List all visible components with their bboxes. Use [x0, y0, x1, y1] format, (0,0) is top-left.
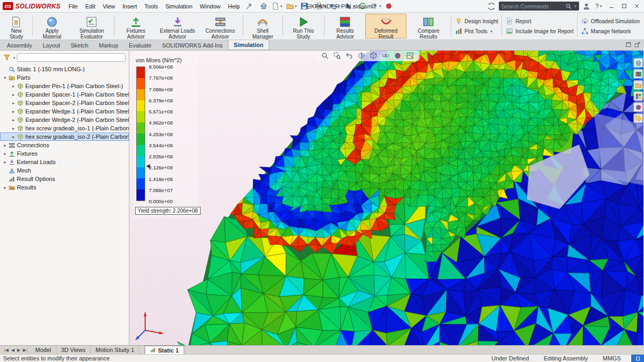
ribbon-deformed-result[interactable]: Deformed Result — [365, 14, 406, 39]
viewport-pane-max-button[interactable] — [625, 41, 632, 49]
tree-item-expander-wedge-2-plain-carbon-steel[interactable]: ▸Expander Wedge-2 (-Plain Carbon Steel-) — [0, 116, 129, 124]
tab-layout[interactable]: Layout — [37, 41, 65, 50]
taskpane-tp-library[interactable] — [633, 69, 643, 79]
ribbon-fixtures-advisor[interactable]: Fixtures Advisor▾ — [116, 14, 156, 39]
bottom-tab-model[interactable]: Model — [31, 346, 56, 354]
ribbon-external-loads-advisor[interactable]: External Loads Advisor▾ — [157, 14, 198, 39]
ribbon-new-study[interactable]: New Study▾ — [2, 14, 31, 39]
menu-view[interactable]: View — [99, 2, 119, 11]
help-button[interactable]: ?▾ — [594, 3, 603, 10]
tree-item-result-options[interactable]: Result Options — [0, 175, 129, 183]
tree-item-expander-wedge-1-plain-carbon-steel[interactable]: ▸Expander Wedge-1 (-Plain Carbon Steel-) — [0, 107, 129, 116]
view-tool-hide-show[interactable] — [382, 52, 390, 60]
expand-arrow-icon[interactable]: ▸ — [11, 92, 16, 97]
user-icon[interactable] — [582, 2, 591, 11]
tree-item-static-1-150-mm-long[interactable]: Static 1 (-150 mm LONG-) — [0, 65, 129, 73]
tree-item-results[interactable]: ▸Results — [0, 183, 129, 192]
taskpane-tp-props[interactable] — [633, 113, 643, 123]
menu-edit[interactable]: Edit — [81, 2, 99, 11]
menu-file[interactable]: File — [65, 2, 82, 11]
tree-item-expander-pin-1-plain-carbon-steel[interactable]: ▸Expander Pin-1 (-Plain Carbon Steel-) — [0, 82, 129, 90]
view-tool-zoom-area[interactable] — [333, 52, 341, 60]
filter-funnel-icon[interactable] — [3, 54, 11, 61]
sheet-nav-0[interactable]: |◀ — [3, 348, 10, 353]
sync-icon[interactable] — [487, 2, 496, 11]
tree-item-expander-spacer-2-plain-carbon-steel[interactable]: ▸Expander Spacer-2 (-Plain Carbon Steel-… — [0, 99, 129, 107]
view-tool-appearance[interactable] — [394, 52, 402, 60]
tool-record[interactable] — [383, 1, 394, 11]
tab-markup[interactable]: Markup — [93, 41, 124, 50]
window-close-button[interactable] — [632, 2, 641, 11]
tree-item-mesh[interactable]: Mesh — [0, 166, 129, 175]
tree-item-external-loads[interactable]: ▸External Loads — [0, 158, 129, 166]
tree-item-parts[interactable]: ▾Parts — [0, 73, 129, 82]
tab-simulation[interactable]: Simulation — [228, 40, 269, 50]
ribbon-apply-material[interactable]: Apply Material — [34, 14, 70, 39]
tree-item-expander-spacer-1-plain-carbon-steel[interactable]: ▸Expander Spacer-1 (-Plain Carbon Steel-… — [0, 90, 129, 99]
menu-pin-icon[interactable] — [245, 3, 253, 10]
panel-toggle-button[interactable] — [631, 355, 644, 362]
expand-arrow-icon[interactable]: ▸ — [2, 185, 8, 190]
tree-item-fixtures[interactable]: ▸Fixtures — [0, 149, 129, 158]
expand-arrow-icon[interactable]: ▸ — [11, 84, 16, 89]
taskpane-tp-home[interactable] — [633, 58, 643, 68]
bottom-tab-static-1[interactable]: Static 1 — [145, 346, 184, 354]
sheet-nav-1[interactable]: ◀ — [10, 348, 15, 353]
tool-open[interactable]: ▾ — [285, 1, 299, 11]
view-tool-scene[interactable] — [406, 52, 414, 60]
view-tool-section[interactable] — [357, 52, 365, 60]
filter-caret-icon[interactable]: ▾ — [13, 56, 15, 60]
menu-tools[interactable]: Tools — [141, 2, 162, 11]
ribbon-compare-results[interactable]: Compare Results — [408, 14, 449, 39]
ribbon-include-image-for-report[interactable]: Include Image for Report — [506, 27, 573, 35]
ribbon-offloaded-simulation[interactable]: Offloaded Simulation — [581, 17, 640, 25]
expand-arrow-icon[interactable]: ▸ — [11, 135, 16, 139]
ribbon-design-insight[interactable]: Design Insight — [455, 17, 498, 25]
tree-filter-field[interactable] — [17, 53, 126, 62]
graphics-viewport[interactable] — [129, 51, 643, 345]
menu-help[interactable]: Help — [224, 2, 244, 11]
menu-simulation[interactable]: Simulation — [162, 2, 196, 11]
tool-new-doc[interactable]: ▾ — [270, 1, 284, 11]
tab-evaluate[interactable]: Evaluate — [124, 41, 157, 50]
tool-home[interactable] — [258, 1, 269, 11]
expand-arrow-icon[interactable]: ▸ — [11, 118, 16, 122]
ribbon-results-advisor[interactable]: Results Advisor▾ — [326, 14, 365, 39]
expand-arrow-icon[interactable]: ▸ — [2, 151, 8, 156]
bottom-tab-motion-study-1[interactable]: Motion Study 1 — [91, 346, 139, 354]
ribbon-manage-network[interactable]: Manage Network — [581, 27, 640, 35]
tab-assembly[interactable]: Assembly — [2, 41, 37, 50]
window-minimize-button[interactable] — [607, 2, 616, 11]
taskpane-tp-palette[interactable] — [633, 91, 643, 101]
expand-arrow-icon[interactable]: ▾ — [2, 75, 8, 80]
ribbon-shell-manager[interactable]: Shell Manager — [244, 14, 281, 39]
taskpane-tp-appearance[interactable] — [633, 102, 643, 112]
tab-solidworks-add-ins[interactable]: SOLIDWORKS Add-Ins — [157, 41, 228, 50]
tree-item-connections[interactable]: ▸Connections — [0, 141, 129, 149]
tree-item-hex-screw-gradeab-iso-2-plain-carbon-steel[interactable]: ▸hex screw gradeab_iso-2 (-Plain Carbon … — [0, 132, 129, 141]
taskpane-tp-folder[interactable] — [633, 80, 643, 90]
view-tool-zoom-fit[interactable] — [321, 52, 329, 60]
ribbon-report[interactable]: Report — [506, 17, 573, 25]
ribbon-simulation-evaluator[interactable]: Simulation Evaluator — [71, 14, 112, 39]
viewport-pane-float-button[interactable] — [634, 41, 641, 49]
expand-arrow-icon[interactable]: ▸ — [11, 109, 16, 114]
view-tool-prev-view[interactable] — [345, 52, 353, 60]
bottom-tab-3d-views[interactable]: 3D Views — [56, 346, 91, 354]
view-tool-display-style[interactable] — [370, 52, 377, 60]
expand-arrow-icon[interactable]: ▸ — [2, 143, 8, 148]
window-maximize-button[interactable] — [619, 2, 629, 11]
menu-insert[interactable]: Insert — [119, 2, 141, 11]
tree-item-hex-screw-gradeab-iso-1-plain-carbon-steel[interactable]: ▸hex screw gradeab_iso-1 (-Plain Carbon … — [0, 124, 129, 132]
ribbon-run-this-study[interactable]: Run This Study▾ — [285, 14, 323, 39]
tab-sketch[interactable]: Sketch — [65, 41, 94, 50]
sheet-nav-2[interactable]: ▶ — [16, 348, 21, 353]
menu-window[interactable]: Window — [196, 2, 224, 11]
ribbon-connections-advisor[interactable]: Connections Advisor▾ — [200, 14, 241, 39]
sheet-nav-3[interactable]: ▶| — [22, 348, 29, 353]
command-search[interactable]: Search Commands▾ — [499, 2, 579, 11]
expand-arrow-icon[interactable]: ▸ — [2, 160, 8, 165]
ribbon-plot-tools[interactable]: Plot Tools▾ — [455, 27, 498, 35]
expand-arrow-icon[interactable]: ▸ — [11, 126, 16, 131]
expand-arrow-icon[interactable]: ▸ — [11, 101, 16, 106]
